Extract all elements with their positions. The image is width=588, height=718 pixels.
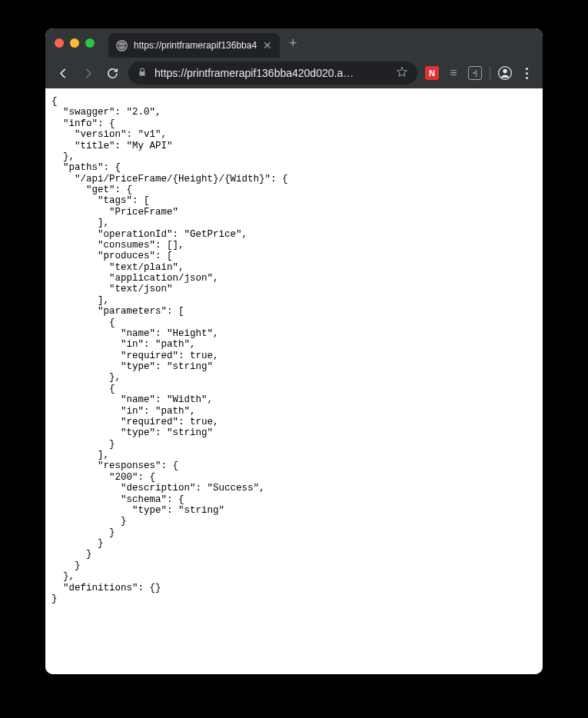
window-controls [55,38,95,48]
kebab-menu-icon [521,68,533,79]
close-tab-button[interactable]: ✕ [263,39,272,52]
close-window-button[interactable] [55,38,64,48]
minimize-window-button[interactable] [70,38,79,48]
url-text: https://printframerapif136bba420d020.a… [154,67,388,79]
address-bar[interactable]: https://printframerapif136bba420d020.a… [128,61,417,85]
back-button[interactable] [51,61,75,85]
svg-point-1 [503,69,507,73]
tab-title: https://printframerapif136bba4 [134,40,257,51]
titlebar: https://printframerapif136bba4 ✕ + [45,28,543,58]
bookmark-star-icon[interactable] [396,66,408,81]
page-content: { "swagger": "2.0", "info": { "version":… [45,88,543,674]
browser-tab[interactable]: https://printframerapif136bba4 ✕ [108,33,280,58]
extension-lastpass[interactable]: •| [465,63,485,83]
browser-window: https://printframerapif136bba4 ✕ + https… [45,28,543,674]
menu-button[interactable] [517,63,537,83]
maximize-window-button[interactable] [85,38,95,48]
lock-icon [138,67,147,80]
profile-avatar[interactable] [495,63,515,83]
reload-button[interactable] [101,61,124,85]
extension-1[interactable]: N [422,63,442,83]
extension-buffer[interactable]: ≡ [443,63,463,83]
forward-button[interactable] [76,61,99,85]
toolbar-divider [490,66,490,80]
new-tab-button[interactable]: + [280,35,307,52]
toolbar: https://printframerapif136bba420d020.a… … [45,58,543,88]
globe-icon [116,40,128,52]
